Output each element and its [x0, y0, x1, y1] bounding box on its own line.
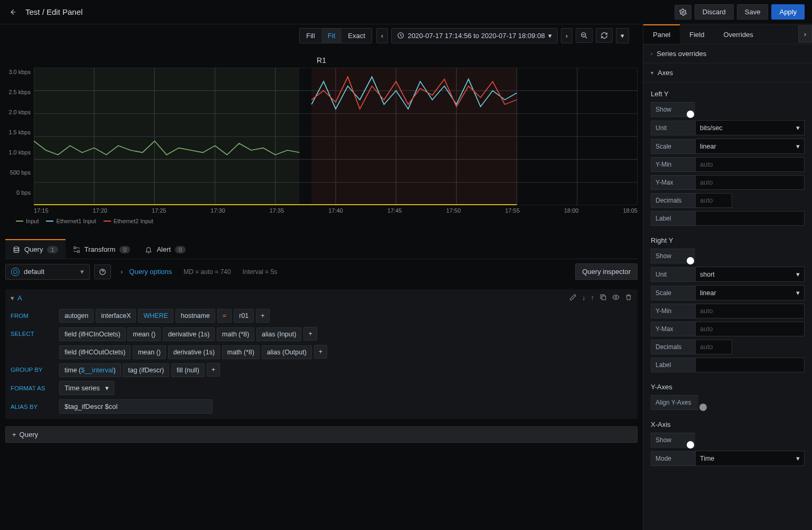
- where-tag[interactable]: hostname: [176, 309, 215, 323]
- righty-ymin-input[interactable]: [695, 304, 805, 318]
- righty-ymax-input[interactable]: [695, 322, 805, 336]
- transform-count-badge: 0: [119, 246, 130, 253]
- query-options-link[interactable]: Query options: [129, 268, 172, 276]
- query-inspector-button[interactable]: Query inspector: [575, 263, 638, 280]
- where-operator[interactable]: =: [217, 309, 232, 323]
- groupby-token-0[interactable]: time ($__interval): [59, 363, 121, 377]
- svg-rect-21: [34, 68, 299, 205]
- edit-query-icon[interactable]: [569, 294, 577, 303]
- yaxes-heading: Y-Axes: [651, 383, 805, 391]
- right-tab-panel[interactable]: Panel: [643, 24, 680, 44]
- righty-label-input[interactable]: [695, 358, 805, 372]
- where-keyword: WHERE: [138, 309, 173, 323]
- back-button[interactable]: [7, 7, 18, 17]
- add-where-button[interactable]: +: [256, 309, 269, 323]
- move-down-icon[interactable]: ↓: [582, 294, 586, 303]
- alias-by-input[interactable]: $tag_ifDescr $col: [59, 399, 213, 414]
- chevron-down-icon: ▾: [80, 268, 84, 276]
- delete-query-icon[interactable]: [625, 294, 632, 303]
- lefty-scale-label: Scale: [651, 139, 695, 154]
- select1-token-2[interactable]: derivative (1s): [163, 327, 215, 341]
- alert-count-badge: 0: [175, 246, 186, 253]
- select2-token-2[interactable]: derivative (1s): [168, 345, 220, 359]
- time-range-picker[interactable]: 2020-07-17 17:14:56 to 2020-07-17 18:09:…: [391, 28, 558, 43]
- right-tab-overrides[interactable]: Overrides: [714, 24, 762, 44]
- where-value[interactable]: r01: [234, 309, 254, 323]
- section-axes[interactable]: ▾ Axes: [643, 63, 812, 83]
- righty-scale-select[interactable]: linear▾: [695, 285, 805, 300]
- view-fit[interactable]: Fit: [321, 29, 342, 43]
- lefty-scale-select[interactable]: linear▾: [695, 139, 805, 154]
- add-select2-button[interactable]: +: [314, 345, 327, 359]
- select2-token-1[interactable]: mean (): [133, 345, 166, 359]
- lefty-ymax-input[interactable]: [695, 175, 805, 190]
- add-select1-button[interactable]: +: [303, 327, 317, 341]
- add-groupby-button[interactable]: +: [207, 363, 220, 377]
- lefty-label-input[interactable]: [695, 211, 805, 226]
- righty-heading: Right Y: [651, 236, 805, 244]
- from-policy[interactable]: autogen: [59, 309, 94, 323]
- svg-point-29: [615, 296, 617, 298]
- legend-item[interactable]: Ethernet1 Input: [46, 218, 96, 224]
- chart-plot-area[interactable]: [34, 68, 638, 205]
- toggle-query-visibility-icon[interactable]: [612, 294, 620, 303]
- y-axis: 3.0 kbps2.5 kbps2.0 kbps1.5 kbps1.0 kbps…: [5, 68, 34, 205]
- collapse-sidebar-button[interactable]: ›: [798, 25, 812, 43]
- view-fill[interactable]: Fill: [300, 29, 321, 43]
- select1-token-4[interactable]: alias (Input): [256, 327, 301, 341]
- legend-item[interactable]: Input: [16, 218, 39, 224]
- chevron-down-icon: ▾: [105, 384, 109, 392]
- tab-alert[interactable]: Alert 0: [137, 239, 193, 259]
- refresh-interval-button[interactable]: ▾: [616, 28, 629, 43]
- query-md-label: MD = auto = 740: [183, 268, 230, 276]
- time-next-button[interactable]: ›: [561, 28, 573, 43]
- lefty-decimals-label: Decimals: [651, 193, 695, 208]
- zoom-out-button[interactable]: [576, 28, 593, 43]
- query-editor: ▾ A ↓ ↑ FROM autogen interfaceX WHERE ho…: [5, 289, 638, 419]
- select1-token-1[interactable]: mean (): [127, 327, 161, 341]
- select2-token-0[interactable]: field (ifHCOutOctets): [59, 345, 131, 359]
- add-query-button[interactable]: + Query: [5, 426, 638, 443]
- align-yaxes-label: Align Y-Axes: [651, 395, 698, 410]
- lefty-decimals-input[interactable]: [695, 193, 732, 208]
- query-interval-label: Interval = 5s: [243, 268, 278, 276]
- caret-down-icon: ▾: [796, 142, 800, 150]
- from-measurement[interactable]: interfaceX: [96, 309, 136, 323]
- add-query-label: Query: [20, 431, 38, 438]
- lefty-ymin-input[interactable]: [695, 157, 805, 172]
- save-button[interactable]: Save: [737, 4, 769, 20]
- discard-button[interactable]: Discard: [695, 4, 734, 20]
- collapse-query-icon[interactable]: ▾: [11, 294, 14, 302]
- groupby-token-1[interactable]: tag (ifDescr): [123, 363, 169, 377]
- select2-token-4[interactable]: alias (Output): [262, 345, 312, 359]
- select-keyword-2: [11, 349, 57, 355]
- settings-button[interactable]: [675, 5, 691, 20]
- view-exact[interactable]: Exact: [342, 29, 372, 43]
- svg-rect-26: [77, 250, 79, 252]
- move-up-icon[interactable]: ↑: [591, 294, 595, 303]
- section-series-overrides[interactable]: › Series overrides: [643, 44, 812, 63]
- lefty-ymin-label: Y-Min: [651, 157, 695, 172]
- legend-item[interactable]: Ethernet2 Input: [104, 218, 153, 224]
- tab-query[interactable]: Query 1: [5, 239, 66, 259]
- chevron-right-icon: ›: [651, 51, 652, 57]
- groupby-token-2[interactable]: fill (null): [171, 363, 205, 377]
- duplicate-query-icon[interactable]: [599, 294, 607, 303]
- refresh-button[interactable]: [596, 28, 613, 43]
- datasource-select[interactable]: default ▾: [5, 264, 90, 280]
- lefty-ymax-label: Y-Max: [651, 175, 695, 190]
- time-prev-button[interactable]: ‹: [376, 28, 388, 43]
- righty-unit-select[interactable]: short▾: [695, 267, 805, 282]
- apply-button[interactable]: Apply: [771, 4, 805, 20]
- select1-token-0[interactable]: field (ifHCInOctets): [59, 327, 126, 341]
- xaxis-mode-label: Mode: [651, 451, 695, 466]
- select2-token-3[interactable]: math (*8): [222, 345, 260, 359]
- tab-transform[interactable]: Transform 0: [66, 239, 138, 259]
- format-as-select[interactable]: Time series ▾: [59, 381, 114, 395]
- datasource-help-button[interactable]: [94, 264, 111, 279]
- xaxis-mode-select[interactable]: Time▾: [695, 451, 805, 466]
- right-tab-field[interactable]: Field: [680, 24, 714, 44]
- righty-decimals-input[interactable]: [695, 340, 732, 354]
- lefty-unit-select[interactable]: bits/sec▾: [695, 120, 805, 135]
- select1-token-3[interactable]: math (*8): [217, 327, 254, 341]
